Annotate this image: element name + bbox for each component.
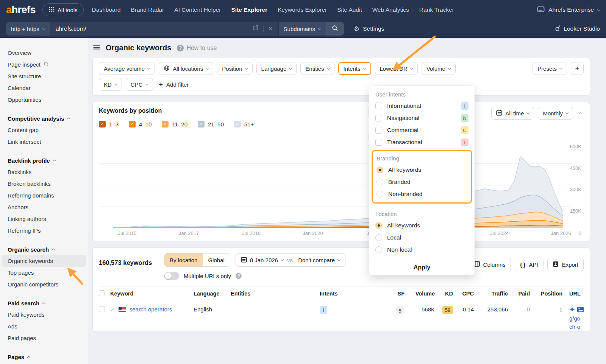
api-button[interactable]: { } API: [515, 258, 544, 271]
account-menu[interactable]: Ahrefs Enterprise: [537, 6, 600, 14]
sidebar-section-pages[interactable]: Pages: [0, 351, 88, 362]
row-checkbox[interactable]: [99, 306, 105, 312]
apply-button[interactable]: Apply: [369, 259, 475, 275]
column-header-language[interactable]: Language: [194, 291, 231, 297]
column-header-kd[interactable]: KD: [445, 291, 453, 297]
checkbox-icon[interactable]: [375, 103, 382, 109]
sidebar-item-opportunities[interactable]: Opportunities: [2, 94, 86, 106]
date-picker[interactable]: 8 Jan 2026: [241, 257, 283, 264]
topnav-item-ai-content-helper[interactable]: AI Content Helper: [174, 6, 221, 13]
topnav-item-web-analytics[interactable]: Web Analytics: [372, 6, 409, 13]
checkbox-icon[interactable]: [375, 139, 382, 146]
radio-icon[interactable]: [375, 246, 382, 253]
legend-item-21-50[interactable]: ✓21–50: [198, 121, 224, 128]
topnav-item-keywords-explorer[interactable]: Keywords Explorer: [278, 6, 327, 13]
date-range-button[interactable]: All time: [491, 107, 534, 120]
filter-average-volume-button[interactable]: Average volume: [99, 62, 155, 75]
filter-volume-button[interactable]: Volume: [422, 62, 456, 75]
search-button[interactable]: [326, 22, 344, 36]
url-cell[interactable]: htg/goch-o: [562, 306, 584, 331]
sidebar-item-linking-authors[interactable]: Linking authors: [2, 213, 86, 225]
sidebar-item-page-inspect[interactable]: Page inspect: [2, 59, 86, 70]
sidebar-section-competitive-analysis[interactable]: Competitive analysis: [0, 113, 88, 124]
legend-item-4-10[interactable]: ✓4–10: [129, 121, 152, 128]
looker-studio-link[interactable]: Looker Studio: [555, 25, 600, 33]
topnav-item-rank-tracker[interactable]: Rank Tracker: [419, 6, 454, 13]
checkbox-icon[interactable]: [375, 115, 382, 121]
user-intents-option-informational[interactable]: InformationalI: [369, 100, 475, 112]
column-header-cpc[interactable]: CPC: [462, 291, 474, 297]
filter-entities-button[interactable]: Entities: [300, 62, 334, 75]
topnav-item-site-audit[interactable]: Site Audit: [337, 6, 362, 13]
select-all-checkbox[interactable]: [99, 290, 105, 296]
user-intents-option-navigational[interactable]: NavigationalN: [369, 112, 475, 124]
presets-button[interactable]: Presets: [533, 62, 567, 75]
ahrefs-logo[interactable]: ahrefs: [6, 5, 36, 15]
sidebar-section-paid-search[interactable]: Paid search: [0, 297, 88, 309]
sidebar-item-organic-competitors[interactable]: Organic competitors: [2, 278, 86, 290]
collapse-chart-button[interactable]: [577, 107, 584, 119]
sidebar-item-top-pages[interactable]: Top pages: [2, 267, 86, 278]
legend-item-1-3[interactable]: ✓1–3: [99, 121, 119, 128]
column-header-sf[interactable]: SF: [397, 291, 405, 297]
radio-icon[interactable]: [375, 234, 382, 241]
topnav-item-brand-radar[interactable]: Brand Radar: [131, 6, 164, 13]
menu-toggle-icon[interactable]: [93, 45, 100, 51]
filter-position-button[interactable]: Position: [217, 62, 252, 75]
column-header-keyword[interactable]: Keyword: [110, 291, 194, 297]
column-header-entities[interactable]: Entities: [231, 291, 320, 297]
sidebar-item-calendar[interactable]: Calendar: [2, 82, 86, 94]
granularity-button[interactable]: Monthly: [538, 107, 573, 120]
sidebar-item-referring-ips[interactable]: Referring IPs: [2, 225, 86, 236]
scope-selector[interactable]: Subdomains: [279, 22, 326, 36]
radio-icon[interactable]: [376, 179, 383, 185]
column-header-position[interactable]: Position: [541, 291, 562, 297]
location-option-local[interactable]: Local: [369, 232, 475, 244]
sidebar-item-content-gap[interactable]: Content gap: [2, 124, 86, 136]
sidebar-section-organic-search[interactable]: Organic search: [0, 244, 88, 255]
keyword-link[interactable]: search operators: [130, 306, 172, 313]
filter-kd-button[interactable]: KD: [99, 78, 122, 91]
topnav-item-site-explorer[interactable]: Site Explorer: [231, 6, 268, 13]
user-intents-option-commercial[interactable]: CommercialC: [369, 124, 475, 136]
legend-item-11-20[interactable]: ✓11–20: [162, 121, 187, 128]
by-location-option[interactable]: By location: [164, 254, 203, 266]
open-external-icon[interactable]: [253, 25, 259, 33]
sidebar-item-paid-keywords[interactable]: Paid keywords: [2, 309, 86, 320]
clear-target-icon[interactable]: ✕: [268, 25, 273, 32]
filter-lowest-dr-button[interactable]: Lowest DR: [375, 62, 418, 75]
column-header-url[interactable]: URL: [562, 291, 584, 297]
sidebar-item-broken-backlinks[interactable]: Broken backlinks: [2, 178, 86, 190]
sidebar-item-organic-keywords[interactable]: Organic keywords: [2, 255, 86, 267]
topnav-item-dashboard[interactable]: Dashboard: [92, 6, 121, 13]
sidebar-item-paid-pages[interactable]: Paid pages: [2, 332, 86, 344]
filter-intents-button[interactable]: Intents: [338, 62, 371, 75]
compare-selector[interactable]: Don't compare: [298, 257, 340, 263]
branding-option-all-keywords[interactable]: All keywords: [373, 164, 471, 176]
add-filter-button[interactable]: + Add filter: [157, 81, 191, 88]
legend-item-51+[interactable]: ✓51+: [234, 121, 254, 128]
column-header-traffic[interactable]: Traffic: [491, 291, 508, 297]
branding-option-non-branded[interactable]: Non-branded: [373, 188, 471, 200]
filter-all-locations-button[interactable]: All locations: [159, 62, 213, 75]
radio-icon[interactable]: [376, 166, 383, 173]
sidebar-item-anchors[interactable]: Anchors: [2, 201, 86, 213]
add-tab-button[interactable]: +: [571, 62, 584, 75]
protocol-selector[interactable]: http + https: [6, 22, 50, 36]
sidebar-item-referring-domains[interactable]: Referring domains: [2, 190, 86, 201]
branding-option-branded[interactable]: Branded: [373, 176, 471, 188]
filter-language-button[interactable]: Language: [256, 62, 297, 75]
sidebar-item-link-intersect[interactable]: Link intersect: [2, 136, 86, 148]
sidebar-item-overview[interactable]: Overview: [2, 47, 86, 59]
column-header-volume[interactable]: Volume: [415, 291, 435, 297]
sidebar-item-backlinks[interactable]: Backlinks: [2, 166, 86, 178]
export-button[interactable]: Export: [547, 258, 584, 271]
location-option-non-local[interactable]: Non-local: [369, 244, 475, 256]
column-header-intents[interactable]: Intents: [320, 291, 395, 297]
multiple-urls-toggle[interactable]: [164, 272, 179, 280]
all-tools-button[interactable]: All tools: [42, 3, 84, 16]
column-header-paid[interactable]: Paid: [518, 291, 530, 297]
target-url-input[interactable]: ahrefs.com/ ✕: [50, 22, 279, 36]
how-to-use-link[interactable]: ? How to use: [177, 45, 217, 51]
settings-button[interactable]: ⚙ Settings: [354, 25, 384, 33]
